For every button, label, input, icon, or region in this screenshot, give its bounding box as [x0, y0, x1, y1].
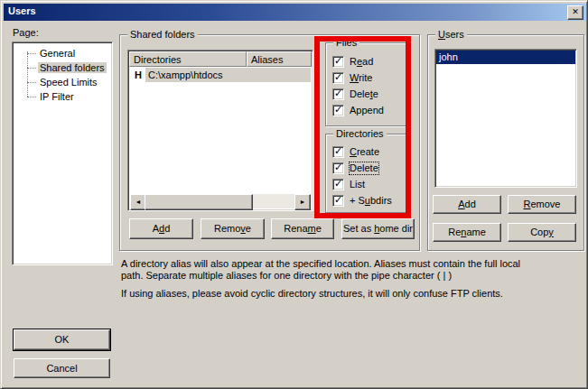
cancel-button[interactable]: Cancel — [14, 358, 110, 378]
directories-group: Directories ✓ Create ✓ Delete ✓ List ✓ +… — [325, 134, 407, 213]
tree-item-ip-filter[interactable]: IP Filter — [13, 89, 112, 104]
subdirs-label: + Subdirs — [350, 195, 392, 207]
dirs-delete-checkbox[interactable]: ✓ — [332, 162, 344, 174]
title-bar[interactable]: Users ✕ — [4, 4, 586, 21]
listview-header: Directories Aliases — [129, 51, 312, 67]
dirs-delete-label: Delete — [350, 162, 378, 174]
append-label: Append — [350, 105, 384, 116]
window-title: Users — [8, 5, 36, 16]
directories-group-label: Directories — [333, 128, 387, 140]
page-tree: General Shared folders Speed Limits IP F… — [13, 42, 112, 104]
scroll-left-icon: ◄ — [135, 199, 142, 205]
users-dialog: Users ✕ Page: General Shared folders Spe… — [0, 0, 588, 389]
append-checkbox[interactable]: ✓ — [332, 105, 344, 116]
list-checkbox[interactable]: ✓ — [332, 179, 344, 190]
shared-folders-group-label: Shared folders — [127, 29, 198, 41]
files-group: Files ✓ Read ✓ Write ✓ Delete ✓ Append — [325, 42, 407, 126]
checkbox-files-append[interactable]: ✓ Append — [332, 104, 384, 116]
home-flag: H — [130, 68, 145, 82]
write-label: Write — [350, 72, 372, 84]
check-icon: ✓ — [334, 162, 342, 173]
users-group-label: Users — [435, 29, 467, 41]
scroll-right-button[interactable]: ► — [294, 194, 311, 210]
scrollbar-thumb[interactable] — [145, 194, 253, 210]
column-header-directories[interactable]: Directories — [129, 51, 247, 67]
alias-note-2: If using aliases, please avoid cyclic di… — [121, 288, 573, 300]
remove-user-button[interactable]: Remove — [508, 195, 576, 214]
rename-user-button[interactable]: Rename — [433, 223, 501, 242]
checkbox-files-write[interactable]: ✓ Write — [332, 71, 372, 84]
remove-directory-button[interactable]: Remove — [201, 218, 265, 239]
page-listbox[interactable]: General Shared folders Speed Limits IP F… — [12, 42, 113, 265]
column-header-aliases[interactable]: Aliases — [247, 51, 312, 67]
check-icon: ✓ — [334, 55, 342, 67]
tree-item-speed-limits[interactable]: Speed Limits — [13, 75, 112, 89]
page-label: Page: — [13, 27, 39, 38]
scroll-right-icon: ► — [300, 199, 306, 205]
checkbox-files-read[interactable]: ✓ Read — [332, 55, 373, 68]
check-icon: ✓ — [334, 71, 342, 83]
check-icon: ✓ — [334, 178, 342, 190]
ok-button[interactable]: OK — [14, 329, 110, 350]
subdirs-checkbox[interactable]: ✓ — [332, 195, 344, 207]
tree-item-general[interactable]: General — [13, 46, 112, 60]
delete-label: Delete — [350, 88, 378, 100]
copy-user-button[interactable]: Copy — [508, 223, 576, 242]
checkbox-dirs-subdirs[interactable]: ✓ + Subdirs — [332, 194, 392, 207]
checkbox-dirs-list[interactable]: ✓ List — [332, 178, 365, 190]
directory-row[interactable]: H C:\xampp\htdocs — [130, 68, 311, 82]
add-user-button[interactable]: Add — [433, 195, 501, 214]
horizontal-scrollbar[interactable]: ◄ ► — [130, 194, 311, 208]
checkbox-files-delete[interactable]: ✓ Delete — [332, 88, 378, 100]
write-checkbox[interactable]: ✓ — [332, 72, 344, 84]
set-as-home-dir-button[interactable]: Set as home dir — [341, 218, 415, 239]
create-checkbox[interactable]: ✓ — [332, 146, 344, 158]
alias-note-1: A directory alias will also appear at th… — [121, 258, 573, 282]
read-checkbox[interactable]: ✓ — [332, 56, 344, 68]
check-icon: ✓ — [334, 88, 342, 99]
tree-item-shared-folders[interactable]: Shared folders — [13, 60, 112, 75]
create-label: Create — [350, 146, 379, 158]
checkbox-dirs-create[interactable]: ✓ Create — [332, 145, 379, 158]
delete-checkbox[interactable]: ✓ — [332, 88, 344, 100]
close-button[interactable]: ✕ — [567, 5, 583, 20]
checkbox-dirs-delete[interactable]: ✓ Delete — [332, 162, 378, 174]
check-icon: ✓ — [334, 145, 342, 157]
close-icon: ✕ — [572, 7, 579, 16]
check-icon: ✓ — [334, 194, 342, 206]
add-directory-button[interactable]: Add — [129, 218, 193, 239]
alias-help-text: A directory alias will also appear at th… — [121, 258, 573, 300]
directories-listview[interactable]: Directories Aliases H C:\xampp\htdocs ◄ … — [127, 50, 313, 211]
directory-path: C:\xampp\htdocs — [145, 68, 311, 82]
check-icon: ✓ — [334, 104, 342, 116]
files-group-label: Files — [333, 37, 359, 49]
users-listbox[interactable]: john — [434, 49, 577, 188]
rename-directory-button[interactable]: Rename — [271, 218, 334, 239]
user-item-john[interactable]: john — [436, 51, 575, 64]
list-label: List — [350, 179, 365, 190]
read-label: Read — [350, 56, 373, 68]
